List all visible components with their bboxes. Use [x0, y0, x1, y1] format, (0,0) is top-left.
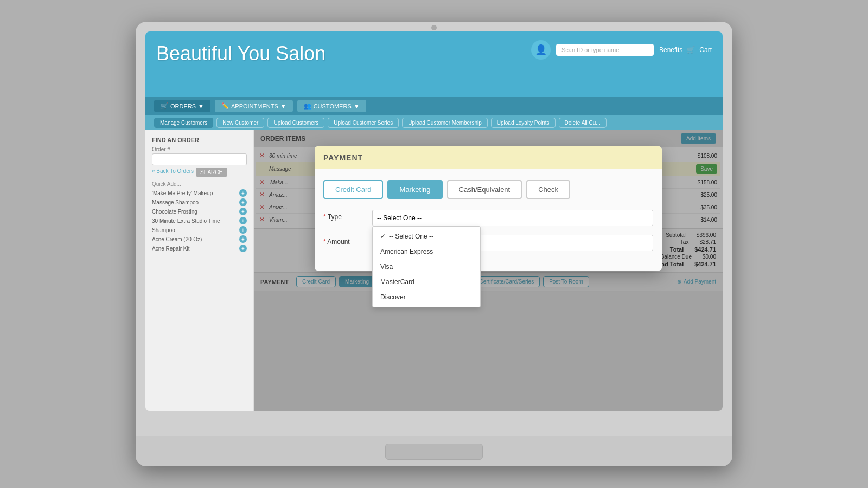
type-select[interactable]: -- Select One -- American Express Visa M… [372, 210, 653, 226]
cart-link[interactable]: Cart [699, 46, 712, 54]
search-placeholder: Scan ID or type name [561, 47, 619, 53]
webcam-icon [431, 25, 437, 30]
quick-add-item[interactable]: Massage Shampoo + [152, 198, 247, 206]
type-dropdown-wrapper: -- Select One -- American Express Visa M… [372, 210, 653, 226]
app-content: Beautiful You Salon 👤 Scan ID or type na… [145, 31, 723, 411]
quick-add-title: Quick Add... [152, 181, 247, 187]
plus-icon[interactable]: + [239, 189, 247, 197]
plus-icon[interactable]: + [239, 208, 247, 215]
plus-icon[interactable]: + [239, 245, 247, 252]
subnav-upload-membership[interactable]: Upload Customer Membership [402, 118, 488, 128]
sidebar: FIND AN ORDER Order # « Back To Orders S… [145, 130, 254, 411]
main-content: FIND AN ORDER Order # « Back To Orders S… [145, 130, 723, 411]
quick-add-item[interactable]: Acne Repair Kit + [152, 245, 247, 252]
order-label: Order # [152, 146, 247, 152]
app-title: Beautiful You Salon [156, 42, 326, 65]
header-right: 👤 Scan ID or type name Benefits 🛒 Cart [531, 40, 712, 60]
plus-icon[interactable]: + [239, 235, 247, 243]
plus-icon[interactable]: + [239, 217, 247, 224]
cart-icon[interactable]: 🛒 [687, 46, 695, 54]
form-row-type: * Type -- Select One -- American Express… [323, 210, 653, 226]
nav-bar: 🛒 ORDERS ▼ ✏️ APPOINTMENTS ▼ 👥 CUSTOMERS… [145, 97, 723, 115]
subnav-new-customer[interactable]: New Customer [216, 118, 264, 128]
dropdown-option-mastercard[interactable]: MasterCard [373, 274, 480, 290]
required-star: * [323, 213, 326, 221]
laptop-screen: Beautiful You Salon 👤 Scan ID or type na… [145, 31, 723, 411]
search-bar[interactable]: Scan ID or type name [556, 44, 654, 56]
modal-tab-check[interactable]: Check [526, 180, 570, 199]
customers-icon: 👥 [304, 102, 311, 110]
quick-add-item[interactable]: Chocolate Frosting + [152, 208, 247, 215]
laptop-base [136, 436, 732, 466]
content-area: ORDER ITEMS Add Items ✕ 30 min time $108… [254, 130, 723, 411]
type-dropdown-menu: ✓ -- Select One -- American Express [372, 226, 481, 307]
sub-nav: Manage Customers New Customer Upload Cus… [145, 115, 723, 130]
search-button[interactable]: SEARCH [196, 168, 227, 177]
quick-item-label: 30 Minute Extra Studio Time [152, 218, 220, 224]
nav-customers[interactable]: 👥 CUSTOMERS ▼ [297, 100, 366, 112]
subnav-upload-customers[interactable]: Upload Customers [267, 118, 324, 128]
subnav-manage-customers[interactable]: Manage Customers [154, 118, 213, 128]
quick-add-item[interactable]: Acne Cream (20-Oz) + [152, 235, 247, 243]
subnav-delete-all[interactable]: Delete All Cu... [559, 118, 607, 128]
quick-item-label: 'Make Me Pretty' Makeup [152, 190, 213, 196]
nav-orders[interactable]: 🛒 ORDERS ▼ [154, 100, 210, 112]
plus-icon[interactable]: + [239, 198, 247, 206]
subnav-upload-loyalty[interactable]: Upload Loyalty Points [491, 118, 556, 128]
quick-item-label: Acne Cream (20-Oz) [152, 236, 202, 242]
dropdown-option-discover[interactable]: Discover [373, 290, 480, 305]
checkmark-icon: ✓ [380, 233, 386, 240]
modal-header: PAYMENT [315, 146, 662, 169]
back-to-orders-link[interactable]: « Back To Orders [152, 168, 194, 174]
quick-item-label: Chocolate Frosting [152, 209, 197, 215]
modal-body: Credit Card Marketing Cash/Equivalent Ch… [315, 169, 662, 271]
type-label: * Type [323, 210, 367, 221]
find-order-title: FIND AN ORDER [152, 137, 247, 143]
trackpad[interactable] [385, 444, 483, 460]
nav-appointments[interactable]: ✏️ APPOINTMENTS ▼ [215, 100, 293, 112]
dropdown-option-visa[interactable]: Visa [373, 259, 480, 274]
pencil-icon: ✏️ [221, 102, 229, 110]
modal-tab-cash[interactable]: Cash/Equivalent [447, 180, 522, 199]
modal-tab-marketing[interactable]: Marketing [387, 180, 442, 199]
quick-item-label: Massage Shampoo [152, 200, 199, 206]
dropdown-option-select-one[interactable]: ✓ -- Select One -- [373, 229, 480, 244]
quick-add-item[interactable]: Shampoo + [152, 226, 247, 234]
orders-icon: 🛒 [161, 102, 168, 110]
dropdown-option-amex[interactable]: American Express [373, 244, 480, 259]
app-header: Beautiful You Salon 👤 Scan ID or type na… [145, 31, 723, 97]
quick-item-label: Shampoo [152, 227, 175, 233]
required-star: * [323, 238, 326, 246]
amount-label: * Amount [323, 235, 367, 246]
quick-item-label: Acne Repair Kit [152, 246, 189, 252]
modal-tab-credit-card[interactable]: Credit Card [323, 180, 383, 199]
header-links: Benefits 🛒 Cart [659, 46, 712, 54]
payment-modal: PAYMENT Credit Card Marketing Cash/Equiv… [315, 146, 662, 271]
quick-add-item[interactable]: 'Make Me Pretty' Makeup + [152, 189, 247, 197]
modal-title: PAYMENT [323, 153, 363, 162]
subnav-upload-series[interactable]: Upload Customer Series [328, 118, 399, 128]
modal-tabs: Credit Card Marketing Cash/Equivalent Ch… [323, 180, 653, 199]
user-avatar-icon: 👤 [531, 40, 551, 60]
order-number-input[interactable] [152, 153, 247, 165]
modal-overlay: PAYMENT Credit Card Marketing Cash/Equiv… [254, 130, 723, 411]
quick-add-item[interactable]: 30 Minute Extra Studio Time + [152, 217, 247, 224]
laptop-shell: Beautiful You Salon 👤 Scan ID or type na… [136, 22, 732, 466]
plus-icon[interactable]: + [239, 226, 247, 234]
benefits-link[interactable]: Benefits [659, 46, 682, 54]
